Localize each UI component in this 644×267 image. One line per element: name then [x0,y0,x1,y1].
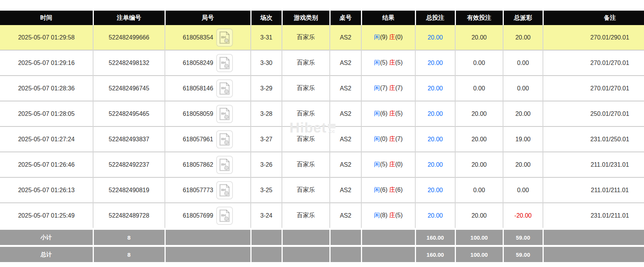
table-row: 2025-05-07 01:28:05522482495465618058059… [0,101,644,126]
cell-total-bet: 20.00 [415,50,455,76]
table-row: 2025-05-07 01:29:58522482499666618058354… [0,25,644,50]
cell-payout: 0.00 [503,177,543,203]
table-footer: 小计 8 160.00 100.00 59.00 总计 8 1 [0,229,644,262]
cell-valid-bet: 20.00 [455,101,503,126]
subtotal-empty-cell [361,229,415,246]
result-player-label: 闲 [374,110,380,117]
subtotal-payout: 59.00 [503,229,543,246]
video-file-icon [219,57,230,70]
video-replay-button[interactable] [216,105,233,123]
result-player-score: (7) [380,85,388,91]
round-no-value: 618057699 [183,212,213,219]
cell-payout: -20.00 [503,203,543,229]
cell-table-no: AS2 [330,25,361,50]
col-valid-bet: 有效投注 [455,11,503,25]
result-player-score: (6) [380,110,388,117]
header-row: 时间 注单编号 局号 场次 游戏类别 桌号 结果 总投注 有效投注 总派彩 备注 [0,11,644,25]
col-table-no: 桌号 [330,11,361,25]
col-session: 场次 [251,11,282,25]
bet-history-table-wrap: 时间 注单编号 局号 场次 游戏类别 桌号 结果 总投注 有效投注 总派彩 备注… [0,11,644,262]
cell-result: 闲(5) 庄(5) [361,50,415,76]
cell-table-no: AS2 [330,76,361,101]
video-file-icon [219,158,230,171]
result-player-score: (8) [380,212,388,218]
cell-valid-bet: 0.00 [455,50,503,76]
video-replay-button[interactable] [216,79,233,98]
cell-time: 2025-05-07 01:28:36 [0,76,93,101]
cell-remark: 231.01/211.01 [543,203,644,229]
cell-time: 2025-05-07 01:29:16 [0,50,93,76]
cell-round-no: 618057862 [165,152,251,177]
result-banker-label: 庄 [389,186,395,193]
cell-table-no: AS2 [330,203,361,229]
total-empty-cell [543,246,644,262]
cell-total-bet: 20.00 [415,126,455,152]
result-banker-score: (5) [395,212,403,218]
cell-time: 2025-05-07 01:28:05 [0,101,93,126]
col-result: 结果 [361,11,415,25]
cell-result: 闲(8) 庄(5) [361,203,415,229]
cell-result: 闲(9) 庄(0) [361,25,415,50]
cell-result: 闲(5) 庄(0) [361,152,415,177]
video-replay-button[interactable] [216,207,233,225]
cell-session: 3-26 [251,152,282,177]
subtotal-empty-cell [251,229,282,246]
cell-session: 3-25 [251,177,282,203]
result-banker-label: 庄 [389,212,395,218]
result-banker-score: (5) [395,59,403,66]
cell-payout: 20.00 [503,152,543,177]
result-banker-score: (6) [395,186,403,193]
round-no-value: 618058059 [183,111,213,117]
table-row: 2025-05-07 01:29:16522482498132618058249… [0,50,644,76]
cell-round-no: 618057773 [165,177,251,203]
cell-result: 闲(6) 庄(5) [361,101,415,126]
video-file-icon [219,209,230,222]
result-player-label: 闲 [374,136,380,142]
cell-round-no: 618057699 [165,203,251,229]
video-replay-button[interactable] [216,156,233,174]
cell-valid-bet: 20.00 [455,25,503,50]
result-player-score: (6) [380,186,388,193]
cell-time: 2025-05-07 01:29:58 [0,25,93,50]
col-remark: 备注 [543,11,644,25]
cell-remark: 211.01/231.01 [543,152,644,177]
video-replay-button[interactable] [216,28,233,47]
result-player-score: (0) [380,136,388,142]
col-game-type: 游戏类别 [282,11,330,25]
table-header: 时间 注单编号 局号 场次 游戏类别 桌号 结果 总投注 有效投注 总派彩 备注 [0,11,644,25]
subtotal-label: 小计 [0,229,93,246]
video-replay-button[interactable] [216,54,233,72]
cell-round-no: 618057961 [165,126,251,152]
round-no-wrap: 618058249 [183,54,233,72]
result-banker-label: 庄 [389,161,395,167]
table-row: 2025-05-07 01:25:49522482489728618057699… [0,203,644,229]
result-player-label: 闲 [374,186,380,193]
cell-remark: 270.01/270.01 [543,76,644,101]
cell-remark: 231.01/250.01 [543,126,644,152]
result-player-label: 闲 [374,161,380,167]
cell-remark: 270.01/270.01 [543,50,644,76]
col-round-no: 局号 [165,11,251,25]
table-row: 2025-05-07 01:26:13522482490819618057773… [0,177,644,203]
cell-valid-bet: 0.00 [455,76,503,101]
video-replay-button[interactable] [216,130,233,149]
cell-game-type: 百家乐 [282,101,330,126]
result-banker-score: (7) [395,136,403,142]
cell-payout: 19.00 [503,126,543,152]
cell-table-no: AS2 [330,177,361,203]
cell-game-type: 百家乐 [282,25,330,50]
result-player-label: 闲 [374,85,380,91]
subtotal-valid-bet: 100.00 [455,229,503,246]
round-no-value: 618058354 [183,34,213,41]
result-banker-label: 庄 [389,110,395,117]
cell-total-bet: 20.00 [415,101,455,126]
total-empty-cell [330,246,361,262]
subtotal-empty-cell [330,229,361,246]
video-replay-button[interactable] [216,181,233,199]
cell-session: 3-31 [251,25,282,50]
round-no-value: 618058146 [183,85,213,92]
result-banker-score: (7) [395,85,403,91]
result-banker-label: 庄 [389,85,395,91]
cell-session: 3-28 [251,101,282,126]
cell-total-bet: 20.00 [415,25,455,50]
